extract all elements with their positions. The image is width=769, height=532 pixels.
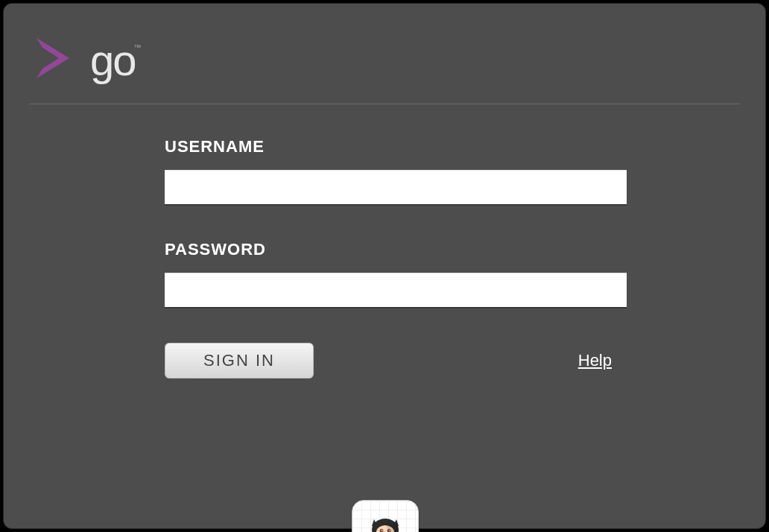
github-octocat-icon [364,512,407,532]
password-input[interactable] [165,273,627,307]
oauth-providers [4,500,767,532]
password-label: PASSWORD [165,240,627,259]
username-input[interactable] [165,170,627,204]
trademark-symbol: ™ [134,43,140,51]
action-row: SIGN IN Help [165,343,612,379]
login-form: USERNAME PASSWORD SIGN IN Help [4,104,627,379]
username-field-block: USERNAME [165,137,627,204]
header: go™ [4,4,765,104]
signin-button[interactable]: SIGN IN [165,343,314,379]
login-panel: go™ USERNAME PASSWORD SIGN IN Help [3,3,766,529]
brand-name: go™ [90,35,142,85]
svg-point-4 [382,530,383,531]
github-login-button[interactable] [352,500,419,532]
help-link[interactable]: Help [578,351,612,370]
username-label: USERNAME [165,137,627,156]
go-play-icon [29,32,77,87]
password-field-block: PASSWORD [165,240,627,307]
brand-logo: go™ [29,32,740,87]
